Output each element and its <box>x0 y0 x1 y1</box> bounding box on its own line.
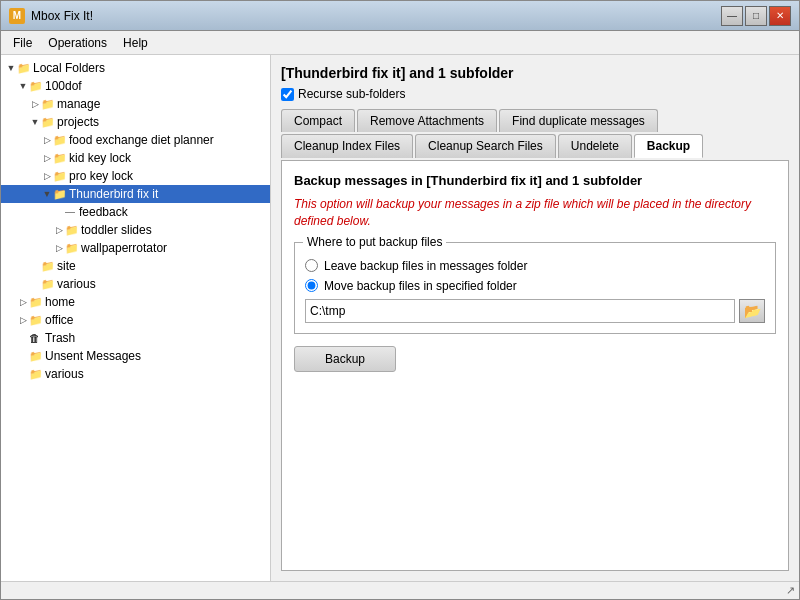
folder-input-row: 📂 <box>305 299 765 323</box>
sidebar-item-feedback[interactable]: feedback <box>1 203 270 221</box>
tab-remove-attachments[interactable]: Remove Attachments <box>357 109 497 132</box>
window-title: Mbox Fix It! <box>31 9 721 23</box>
group-label: Where to put backup files <box>303 235 446 249</box>
status-text: ↗ <box>786 584 795 597</box>
minimize-button[interactable]: — <box>721 6 743 26</box>
sidebar-item-100dof[interactable]: ▼ 📁 100dof <box>1 77 270 95</box>
radio-leave: Leave backup files in messages folder <box>305 259 765 273</box>
sidebar-item-kid-key-lock[interactable]: ▷ 📁 kid key lock <box>1 149 270 167</box>
tab-content: Backup messages in [Thunderbird fix it] … <box>281 160 789 571</box>
sidebar-item-unsent-messages[interactable]: ▷ 📁 Unsent Messages <box>1 347 270 365</box>
window-controls: — □ ✕ <box>721 6 791 26</box>
radio-leave-label: Leave backup files in messages folder <box>324 259 527 273</box>
main-content: ▼ 📁 Local Folders ▼ 📁 100dof ▷ 📁 manage <box>1 55 799 581</box>
radio-leave-input[interactable] <box>305 259 318 272</box>
backup-title: Backup messages in [Thunderbird fix it] … <box>294 173 776 188</box>
tab-cleanup-index[interactable]: Cleanup Index Files <box>281 134 413 158</box>
tab-cleanup-search[interactable]: Cleanup Search Files <box>415 134 556 158</box>
sidebar-item-manage[interactable]: ▷ 📁 manage <box>1 95 270 113</box>
tab-undelete[interactable]: Undelete <box>558 134 632 158</box>
sidebar: ▼ 📁 Local Folders ▼ 📁 100dof ▷ 📁 manage <box>1 55 271 581</box>
sidebar-item-various[interactable]: ▷ 📁 various <box>1 275 270 293</box>
tabs-row1: Compact Remove Attachments Find duplicat… <box>281 109 789 132</box>
recurse-checkbox[interactable] <box>281 88 294 101</box>
backup-button[interactable]: Backup <box>294 346 396 372</box>
radio-move-input[interactable] <box>305 279 318 292</box>
menu-file[interactable]: File <box>5 34 40 52</box>
browse-folder-button[interactable]: 📂 <box>739 299 765 323</box>
folder-path-input[interactable] <box>305 299 735 323</box>
tabs-row2: Cleanup Index Files Cleanup Search Files… <box>281 134 789 158</box>
app-icon: M <box>9 8 25 24</box>
radio-move-label: Move backup files in specified folder <box>324 279 517 293</box>
right-panel: [Thunderbird fix it] and 1 subfolder Rec… <box>271 55 799 581</box>
tab-find-duplicate[interactable]: Find duplicate messages <box>499 109 658 132</box>
recurse-label: Recurse sub-folders <box>298 87 405 101</box>
tab-compact[interactable]: Compact <box>281 109 355 132</box>
panel-title: [Thunderbird fix it] and 1 subfolder <box>281 65 789 81</box>
main-window: M Mbox Fix It! — □ ✕ File Operations Hel… <box>0 0 800 600</box>
tab-backup[interactable]: Backup <box>634 134 703 158</box>
menu-operations[interactable]: Operations <box>40 34 115 52</box>
sidebar-item-toddler-slides[interactable]: ▷ 📁 toddler slides <box>1 221 270 239</box>
sidebar-item-food-exchange[interactable]: ▷ 📁 food exchange diet planner <box>1 131 270 149</box>
sidebar-item-office[interactable]: ▷ 📁 office <box>1 311 270 329</box>
maximize-button[interactable]: □ <box>745 6 767 26</box>
close-button[interactable]: ✕ <box>769 6 791 26</box>
sidebar-item-projects[interactable]: ▼ 📁 projects <box>1 113 270 131</box>
sidebar-item-site[interactable]: ▷ 📁 site <box>1 257 270 275</box>
title-bar: M Mbox Fix It! — □ ✕ <box>1 1 799 31</box>
sidebar-item-various-root[interactable]: ▷ 📁 various <box>1 365 270 383</box>
sidebar-item-thunderbird-fix-it[interactable]: ▼ 📁 Thunderbird fix it <box>1 185 270 203</box>
menu-bar: File Operations Help <box>1 31 799 55</box>
radio-move: Move backup files in specified folder <box>305 279 765 293</box>
sidebar-item-local-folders[interactable]: ▼ 📁 Local Folders <box>1 59 270 77</box>
recurse-row: Recurse sub-folders <box>281 87 789 101</box>
sidebar-item-wallpaperrotator[interactable]: ▷ 📁 wallpaperrotator <box>1 239 270 257</box>
backup-note: This option will backup your messages in… <box>294 196 776 230</box>
status-bar: ↗ <box>1 581 799 599</box>
sidebar-item-home[interactable]: ▷ 📁 home <box>1 293 270 311</box>
menu-help[interactable]: Help <box>115 34 156 52</box>
sidebar-item-pro-key-lock[interactable]: ▷ 📁 pro key lock <box>1 167 270 185</box>
sidebar-item-trash[interactable]: ▷ 🗑 Trash <box>1 329 270 347</box>
backup-group-box: Where to put backup files Leave backup f… <box>294 242 776 334</box>
